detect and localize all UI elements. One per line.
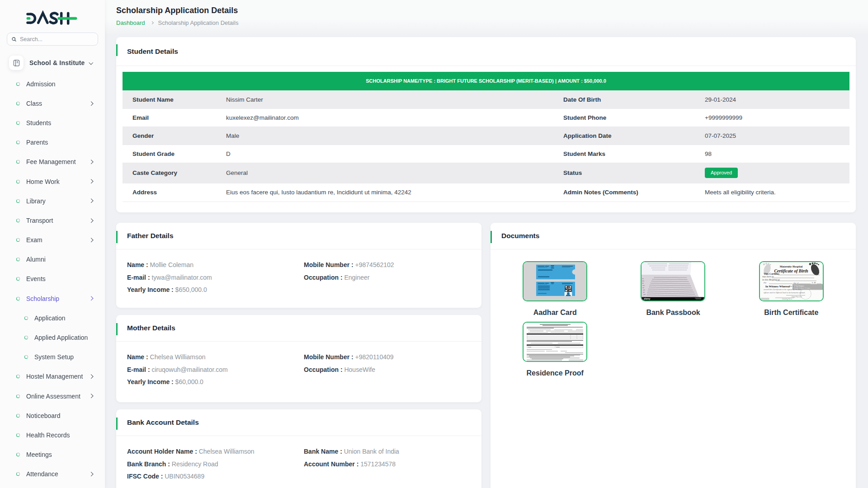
svg-text:A. D.: A. D.	[811, 282, 816, 284]
svg-text:Maternity Hospital: Maternity Hospital	[779, 265, 802, 268]
svg-text:the: the	[764, 282, 767, 284]
svg-text:Attending Nurse: Attending Nurse	[781, 298, 793, 300]
svg-text:that: that	[774, 272, 777, 275]
svg-text:was born to: was born to	[762, 275, 774, 278]
svg-text:alamy: alamy	[644, 297, 650, 300]
svg-text:In Witness Whereof: In Witness Whereof	[765, 285, 790, 288]
svg-text:This Certifies: This Certifies	[764, 272, 779, 275]
svg-text:officer and its Official Seal: officer and its Official Seal to be here…	[764, 291, 805, 294]
svg-text:Chief Physician: Chief Physician	[792, 296, 802, 298]
svg-text:in this Hospital at: in this Hospital at	[762, 278, 780, 281]
svg-text:getty images: getty images	[794, 285, 804, 287]
svg-text:day of: day of	[793, 282, 799, 284]
